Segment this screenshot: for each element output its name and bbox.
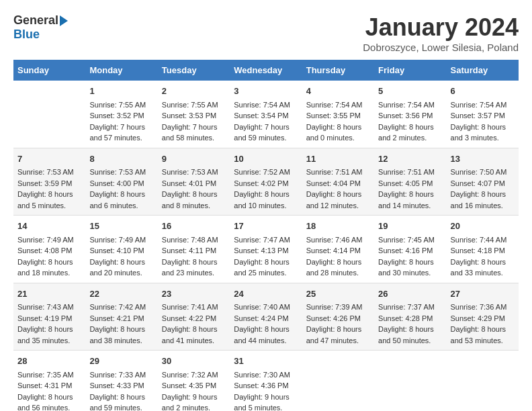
cell-info: Sunset: 4:10 PM [89,245,153,257]
day-number: 11 [306,152,370,166]
calendar-cell [374,351,446,412]
day-number: 21 [17,287,81,301]
week-row-3: 14Sunrise: 7:49 AMSunset: 4:08 PMDayligh… [13,216,519,283]
cell-info: and 44 minutes. [234,335,298,347]
cell-info: and 33 minutes. [451,267,515,279]
cell-info: Daylight: 7 hours [89,122,153,133]
cell-info: and 20 minutes. [89,267,153,279]
cell-info: Daylight: 8 hours [234,257,298,268]
calendar-cell: 24Sunrise: 7:40 AMSunset: 4:24 PMDayligh… [230,283,302,351]
cell-info: Daylight: 8 hours [451,257,515,268]
cell-info: Sunset: 4:18 PM [451,245,515,257]
cell-info: Sunrise: 7:53 AM [162,167,226,178]
cell-info: and 12 minutes. [306,200,370,212]
cell-info: Daylight: 8 hours [89,324,153,335]
calendar-cell: 31Sunrise: 7:30 AMSunset: 4:36 PMDayligh… [230,351,302,412]
logo-general: General [13,13,58,28]
day-number: 3 [234,85,298,98]
cell-info: and 14 minutes. [378,200,442,212]
cell-info: and 59 minutes. [89,402,153,411]
cell-info: and 25 minutes. [234,267,298,279]
cell-info: Sunset: 4:01 PM [162,178,226,189]
month-title: January 2024 [363,13,519,42]
cell-info: and 50 minutes. [378,335,442,347]
cell-info: Daylight: 8 hours [234,324,298,335]
calendar-cell: 1Sunrise: 7:55 AMSunset: 3:52 PMDaylight… [85,81,157,148]
cell-info: Daylight: 8 hours [378,122,442,133]
cell-info: and 56 minutes. [17,402,81,411]
cell-info: Daylight: 8 hours [89,392,153,403]
cell-info: Daylight: 8 hours [306,257,370,268]
cell-info: Daylight: 8 hours [17,189,81,200]
header-sunday: Sunday [13,60,85,81]
page-header: General Blue January 2024 Dobroszyce, Lo… [13,13,519,53]
cell-info: and 59 minutes. [234,132,298,144]
cell-info: Sunset: 3:59 PM [17,178,81,189]
day-number: 13 [451,152,515,166]
day-number: 22 [89,287,153,301]
calendar-cell: 16Sunrise: 7:48 AMSunset: 4:11 PMDayligh… [158,216,230,283]
calendar-cell: 9Sunrise: 7:53 AMSunset: 4:01 PMDaylight… [158,148,230,216]
day-number: 6 [451,85,515,98]
cell-info: and 0 minutes. [306,132,370,144]
calendar-cell [447,351,519,412]
cell-info: Daylight: 8 hours [451,189,515,200]
calendar-table: SundayMondayTuesdayWednesdayThursdayFrid… [13,60,519,411]
day-number: 29 [89,355,153,368]
header-monday: Monday [85,60,157,81]
cell-info: Sunset: 4:11 PM [162,245,226,257]
week-row-1: 1Sunrise: 7:55 AMSunset: 3:52 PMDaylight… [13,81,519,148]
cell-info: Sunset: 3:54 PM [234,110,298,122]
cell-info: Sunset: 4:05 PM [378,178,442,189]
logo-arrow-icon [60,15,68,26]
cell-info: Sunrise: 7:30 AM [234,369,298,381]
cell-info: Daylight: 8 hours [234,189,298,200]
cell-info: Sunset: 4:36 PM [234,380,298,392]
cell-info: Daylight: 8 hours [17,257,81,268]
cell-info: Daylight: 8 hours [306,189,370,200]
day-number: 5 [378,85,442,98]
cell-info: Sunrise: 7:45 AM [378,234,442,246]
header-friday: Friday [374,60,446,81]
cell-info: Daylight: 8 hours [17,392,81,403]
day-number: 15 [89,220,153,233]
day-number: 20 [451,220,515,233]
day-number: 25 [306,287,370,301]
cell-info: Daylight: 8 hours [162,189,226,200]
cell-info: Sunset: 4:35 PM [162,380,226,392]
day-number: 23 [162,287,226,301]
calendar-cell: 5Sunrise: 7:54 AMSunset: 3:56 PMDaylight… [374,81,446,148]
cell-info: and 5 minutes. [234,402,298,411]
cell-info: Sunrise: 7:40 AM [234,302,298,313]
day-number: 28 [17,355,81,368]
cell-info: Sunset: 4:22 PM [162,313,226,324]
cell-info: Sunrise: 7:41 AM [162,302,226,313]
cell-info: Daylight: 8 hours [378,324,442,335]
day-number: 17 [234,220,298,233]
calendar-cell: 6Sunrise: 7:54 AMSunset: 3:57 PMDaylight… [447,81,519,148]
cell-info: Sunset: 4:07 PM [451,178,515,189]
cell-info: Daylight: 9 hours [162,392,226,403]
day-number: 2 [162,85,226,98]
cell-info: Sunrise: 7:32 AM [162,369,226,381]
cell-info: Daylight: 7 hours [234,122,298,133]
day-number: 27 [451,287,515,301]
cell-info: and 6 minutes. [89,200,153,212]
cell-info: Sunrise: 7:48 AM [162,234,226,246]
cell-info: and 57 minutes. [89,132,153,144]
cell-info: Sunrise: 7:51 AM [306,167,370,178]
day-number: 24 [234,287,298,301]
cell-info: Daylight: 8 hours [306,324,370,335]
cell-info: and 23 minutes. [162,267,226,279]
cell-info: and 53 minutes. [451,335,515,347]
cell-info: Sunrise: 7:54 AM [234,99,298,111]
cell-info: Sunset: 4:29 PM [451,313,515,324]
logo-blue: Blue [13,28,40,42]
location: Dobroszyce, Lower Silesia, Poland [363,42,519,53]
calendar-cell: 21Sunrise: 7:43 AMSunset: 4:19 PMDayligh… [13,283,85,351]
cell-info: Daylight: 8 hours [378,257,442,268]
calendar-cell: 25Sunrise: 7:39 AMSunset: 4:26 PMDayligh… [302,283,374,351]
logo: General Blue [13,13,68,42]
day-number: 7 [17,152,81,166]
cell-info: Sunset: 4:21 PM [89,313,153,324]
